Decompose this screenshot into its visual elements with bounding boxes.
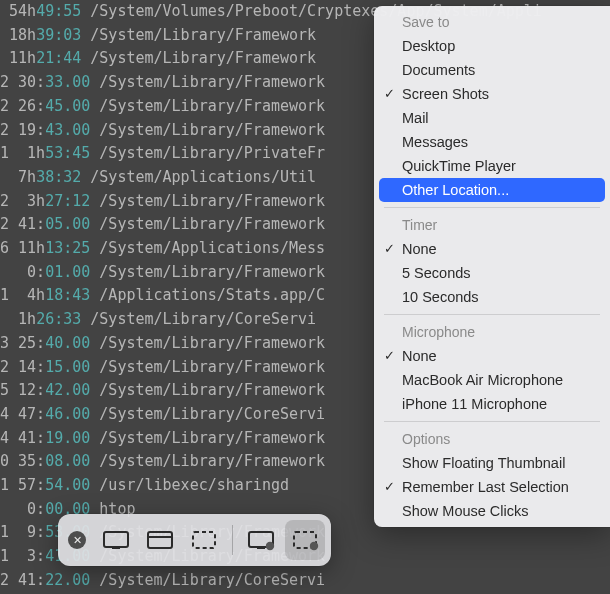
menu-separator (384, 421, 600, 422)
capture-window-icon (146, 529, 174, 551)
menu-item-iphone-11-microphone[interactable]: iPhone 11 Microphone (374, 392, 610, 416)
menu-item-label: Remember Last Selection (402, 479, 569, 495)
menu-heading: Options (374, 427, 610, 451)
toolbar-separator (232, 525, 233, 555)
menu-item-remember-last-selection[interactable]: Remember Last Selection (374, 475, 610, 499)
menu-item-label: Documents (402, 62, 475, 78)
menu-item-screen-shots[interactable]: Screen Shots (374, 82, 610, 106)
menu-item-desktop[interactable]: Desktop (374, 34, 610, 58)
menu-separator (384, 314, 600, 315)
menu-item-other-location[interactable]: Other Location... (379, 178, 605, 202)
record-selection-button[interactable] (285, 520, 325, 560)
menu-item-documents[interactable]: Documents (374, 58, 610, 82)
menu-item-label: None (402, 241, 437, 257)
menu-item-label: Desktop (402, 38, 455, 54)
menu-item-10-seconds[interactable]: 10 Seconds (374, 285, 610, 309)
menu-heading: Microphone (374, 320, 610, 344)
menu-item-show-mouse-clicks[interactable]: Show Mouse Clicks (374, 499, 610, 523)
close-button[interactable]: ✕ (68, 531, 86, 549)
svg-rect-2 (148, 532, 172, 548)
menu-item-label: Messages (402, 134, 468, 150)
capture-selection-icon (190, 529, 218, 551)
capture-entire-screen-icon (102, 529, 130, 551)
svg-rect-4 (193, 532, 215, 548)
record-screen-button[interactable] (241, 520, 281, 560)
menu-item-label: 5 Seconds (402, 265, 471, 281)
menu-item-quicktime-player[interactable]: QuickTime Player (374, 154, 610, 178)
menu-item-show-floating-thumbnail[interactable]: Show Floating Thumbnail (374, 451, 610, 475)
menu-item-label: Show Floating Thumbnail (402, 455, 565, 471)
menu-item-label: 10 Seconds (402, 289, 479, 305)
menu-heading: Timer (374, 213, 610, 237)
menu-item-label: None (402, 348, 437, 364)
screenshot-toolbar[interactable]: ✕ (58, 514, 331, 566)
menu-item-label: Mail (402, 110, 429, 126)
menu-item-5-seconds[interactable]: 5 Seconds (374, 261, 610, 285)
screenshot-stage: 54h49:55 /System/Volumes/Preboot/Cryptex… (0, 0, 610, 594)
svg-point-7 (266, 542, 274, 550)
menu-heading: Save to (374, 10, 610, 34)
menu-item-label: Screen Shots (402, 86, 489, 102)
svg-rect-1 (112, 547, 120, 549)
record-selection-icon (291, 529, 319, 551)
menu-item-messages[interactable]: Messages (374, 130, 610, 154)
menu-item-label: MacBook Air Microphone (402, 372, 563, 388)
svg-rect-6 (257, 547, 265, 549)
menu-item-label: Other Location... (402, 182, 509, 198)
record-screen-icon (247, 529, 275, 551)
menu-separator (384, 207, 600, 208)
menu-item-label: QuickTime Player (402, 158, 516, 174)
capture-selection-button[interactable] (184, 520, 224, 560)
menu-item-label: Show Mouse Clicks (402, 503, 529, 519)
terminal-row: 2 41:22.00 /System/Library/CoreServi (0, 569, 610, 593)
capture-window-button[interactable] (140, 520, 180, 560)
svg-point-9 (310, 542, 318, 550)
menu-item-none[interactable]: None (374, 344, 610, 368)
menu-item-label: iPhone 11 Microphone (402, 396, 547, 412)
menu-item-mail[interactable]: Mail (374, 106, 610, 130)
svg-rect-0 (104, 532, 128, 547)
menu-item-macbook-air-microphone[interactable]: MacBook Air Microphone (374, 368, 610, 392)
menu-item-none[interactable]: None (374, 237, 610, 261)
options-menu[interactable]: Save toDesktopDocumentsScreen ShotsMailM… (374, 6, 610, 527)
capture-entire-screen-button[interactable] (96, 520, 136, 560)
